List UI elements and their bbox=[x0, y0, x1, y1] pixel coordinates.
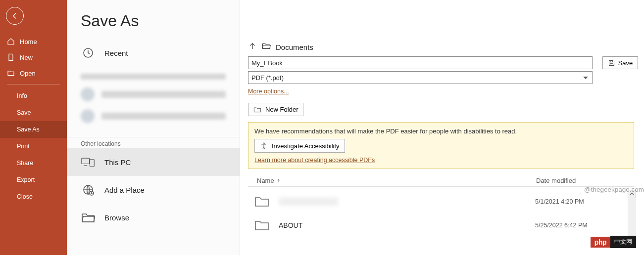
pinned-item[interactable] bbox=[67, 84, 240, 105]
breadcrumb: Documents bbox=[244, 42, 638, 56]
filename-input[interactable] bbox=[248, 56, 593, 69]
file-name: ABOUT bbox=[279, 221, 527, 229]
nav-open[interactable]: Open bbox=[0, 65, 67, 81]
save-button[interactable]: Save bbox=[602, 56, 638, 69]
recent-clock-icon bbox=[81, 46, 96, 60]
php-badge-right: 中文网 bbox=[610, 236, 636, 248]
new-folder-button[interactable]: New Folder bbox=[248, 103, 303, 116]
new-folder-icon bbox=[253, 106, 261, 113]
folder-open-icon bbox=[262, 42, 271, 52]
save-disk-icon bbox=[608, 59, 615, 67]
svg-rect-2 bbox=[90, 160, 95, 167]
home-icon bbox=[7, 38, 15, 45]
back-button[interactable] bbox=[6, 7, 24, 25]
scroll-up-button[interactable] bbox=[628, 190, 636, 198]
column-name[interactable]: Name bbox=[257, 177, 536, 184]
nav-share[interactable]: Share bbox=[0, 155, 67, 171]
file-list: 5/1/2021 4:20 PM ABOUT 5/25/2022 6:42 PM bbox=[248, 190, 634, 237]
backstage-sidebar: Home New Open Info Save Save As Print Sh… bbox=[0, 0, 67, 255]
breadcrumb-folder[interactable]: Documents bbox=[276, 43, 313, 51]
folder-icon bbox=[253, 218, 271, 232]
accessibility-notice: We have recommendations that will make t… bbox=[248, 122, 634, 169]
list-item[interactable]: 5/1/2021 4:20 PM bbox=[248, 190, 634, 213]
nav-open-label: Open bbox=[20, 70, 36, 77]
location-recent[interactable]: Recent bbox=[67, 39, 240, 67]
nav-info[interactable]: Info bbox=[0, 87, 67, 104]
nav-close[interactable]: Close bbox=[0, 188, 67, 205]
save-button-label: Save bbox=[618, 59, 633, 67]
arrow-up-icon bbox=[248, 42, 257, 50]
nav-new[interactable]: New bbox=[0, 49, 67, 65]
column-date[interactable]: Date modified bbox=[536, 177, 625, 184]
folder-icon bbox=[253, 195, 271, 209]
svg-rect-1 bbox=[82, 158, 90, 164]
nav-print[interactable]: Print bbox=[0, 138, 67, 155]
location-browse[interactable]: Browse bbox=[67, 204, 240, 231]
notice-text: We have recommendations that will make t… bbox=[254, 128, 628, 135]
pinned-item[interactable] bbox=[67, 70, 240, 84]
location-add-place-label: Add a Place bbox=[104, 186, 145, 194]
arrow-left-icon bbox=[11, 12, 19, 20]
location-this-pc-label: This PC bbox=[104, 158, 131, 167]
php-badge-left: php bbox=[591, 237, 610, 248]
php-badge: php 中文网 bbox=[591, 236, 636, 248]
list-item[interactable]: ABOUT 5/25/2022 6:42 PM bbox=[248, 213, 634, 237]
locations-panel: Save As Recent Other locations This PC A… bbox=[67, 0, 240, 255]
nav-save[interactable]: Save bbox=[0, 104, 67, 121]
learn-accessible-pdf-link[interactable]: Learn more about creating accessible PDF… bbox=[254, 157, 628, 164]
browse-folder-icon bbox=[81, 211, 96, 224]
file-date: 5/1/2021 4:20 PM bbox=[535, 198, 629, 205]
column-name-label: Name bbox=[257, 177, 274, 184]
location-recent-label: Recent bbox=[104, 49, 128, 57]
pinned-item[interactable] bbox=[67, 105, 240, 127]
add-place-icon bbox=[81, 183, 96, 197]
page-title: Save As bbox=[67, 5, 240, 39]
new-folder-label: New Folder bbox=[265, 106, 298, 113]
filetype-select[interactable]: PDF (*.pdf) bbox=[248, 71, 593, 84]
other-locations-header: Other locations bbox=[67, 137, 240, 148]
investigate-accessibility-button[interactable]: Investigate Accessibility bbox=[254, 139, 345, 153]
nav-new-label: New bbox=[20, 54, 33, 61]
location-browse-label: Browse bbox=[104, 213, 129, 222]
pinned-recent-list bbox=[67, 67, 240, 133]
this-pc-icon bbox=[81, 155, 96, 169]
accessibility-icon bbox=[260, 142, 268, 150]
location-add-place[interactable]: Add a Place bbox=[67, 176, 240, 204]
filetype-value: PDF (*.pdf) bbox=[251, 74, 284, 82]
file-list-header: Name Date modified bbox=[248, 174, 634, 187]
sort-asc-icon bbox=[276, 177, 281, 185]
file-date: 5/25/2022 6:42 PM bbox=[535, 222, 629, 229]
location-this-pc[interactable]: This PC bbox=[67, 148, 240, 176]
svg-point-5 bbox=[263, 143, 265, 144]
open-folder-icon bbox=[7, 69, 15, 77]
investigate-label: Investigate Accessibility bbox=[272, 142, 340, 150]
new-doc-icon bbox=[7, 53, 15, 61]
nav-save-as[interactable]: Save As bbox=[0, 121, 67, 138]
more-options-link[interactable]: More options... bbox=[244, 86, 293, 100]
nav-separator bbox=[7, 84, 60, 85]
save-details-panel: Documents PDF (*.pdf) More options... Sa… bbox=[240, 0, 644, 255]
nav-export[interactable]: Export bbox=[0, 171, 67, 188]
file-name bbox=[279, 198, 338, 206]
nav-home[interactable]: Home bbox=[0, 34, 67, 49]
nav-home-label: Home bbox=[20, 38, 37, 45]
up-one-level-button[interactable] bbox=[248, 42, 257, 52]
